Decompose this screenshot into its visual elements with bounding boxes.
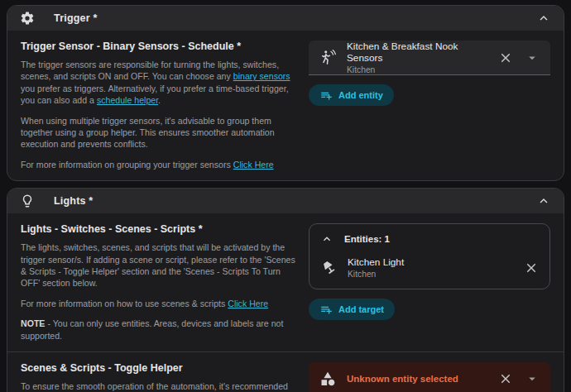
caret-down-icon[interactable] bbox=[524, 370, 540, 387]
trigger-sensor-description-3: For more information on grouping your tr… bbox=[21, 159, 295, 170]
chevron-up-icon bbox=[319, 232, 334, 246]
chevron-up-icon[interactable] bbox=[535, 193, 552, 209]
lights-targets-text-col: Lights - Switches - Scenes - Scripts * T… bbox=[21, 222, 295, 342]
entity-row[interactable]: Kitchen Light Kitchen bbox=[309, 250, 549, 289]
blueprint-config-page: Trigger * Trigger Sensor - Binary Sensor… bbox=[0, 0, 571, 392]
remove-entity-icon[interactable] bbox=[523, 260, 540, 276]
entities-panel-header[interactable]: Entities: 1 bbox=[309, 224, 549, 250]
toggle-helper-section: Scenes & Scripts - Toggle Helper To ensu… bbox=[7, 351, 564, 392]
toggle-helper-entity-picker-error[interactable]: Unknown entity selected bbox=[309, 362, 550, 392]
shapes-icon bbox=[319, 370, 337, 388]
lights-targets-description-2: For more information on how to use scene… bbox=[21, 298, 295, 309]
lights-targets-description-1: The lights, switches, scenes, and script… bbox=[21, 241, 295, 289]
trigger-sensor-section: Trigger Sensor - Binary Sensors - Schedu… bbox=[7, 31, 564, 180]
lights-targets-section: Lights - Switches - Scenes - Scripts * T… bbox=[7, 213, 564, 351]
trigger-card-title: Trigger * bbox=[54, 12, 98, 24]
caret-down-icon[interactable] bbox=[524, 50, 540, 66]
entity-row-text: Kitchen Light Kitchen bbox=[348, 256, 513, 279]
trigger-card: Trigger * Trigger Sensor - Binary Sensor… bbox=[7, 5, 564, 181]
entity-name: Kitchen Light bbox=[348, 256, 513, 268]
schedule-helper-link[interactable]: schedule helper bbox=[97, 95, 158, 105]
lightbulb-icon bbox=[19, 193, 36, 209]
trigger-click-here-link[interactable]: Click Here bbox=[233, 160, 274, 170]
lights-card-header[interactable]: Lights * bbox=[7, 189, 564, 213]
scenes-scripts-click-here-link[interactable]: Click Here bbox=[228, 299, 268, 308]
chevron-up-icon[interactable] bbox=[535, 10, 552, 26]
trigger-entity-picker-text: Kitchen & Breakfast Nook Sensors Kitchen bbox=[347, 41, 487, 74]
binary-sensors-link[interactable]: binary sensors bbox=[233, 71, 290, 81]
toggle-helper-text-col: Scenes & Scripts - Toggle Helper To ensu… bbox=[21, 361, 295, 392]
lights-card-title: Lights * bbox=[54, 195, 93, 207]
lamp-icon bbox=[319, 259, 338, 277]
lights-targets-control-col: Entities: 1 Kitchen Light Kitchen bbox=[309, 222, 550, 342]
trigger-sensor-description-2: When using multiple trigger sensors, it'… bbox=[21, 115, 295, 151]
add-entity-label: Add entity bbox=[338, 90, 383, 100]
trigger-sensor-control-col: Kitchen & Breakfast Nook Sensors Kitchen… bbox=[309, 39, 550, 170]
toggle-helper-heading: Scenes & Scripts - Toggle Helper bbox=[21, 362, 295, 374]
clear-icon[interactable] bbox=[497, 50, 514, 66]
trigger-card-header[interactable]: Trigger * bbox=[7, 6, 564, 31]
trigger-sensor-heading: Trigger Sensor - Binary Sensors - Schedu… bbox=[21, 41, 295, 52]
toggle-helper-description: To ensure the smooth operation of the au… bbox=[21, 380, 295, 392]
unknown-entity-label: Unknown entity selected bbox=[347, 374, 487, 384]
entities-panel: Entities: 1 Kitchen Light Kitchen bbox=[309, 223, 550, 289]
motion-sensor-icon bbox=[319, 49, 337, 67]
add-target-label: Add target bbox=[338, 304, 384, 314]
entity-area: Kitchen bbox=[348, 270, 513, 279]
trigger-entity-name: Kitchen & Breakfast Nook Sensors bbox=[347, 41, 487, 64]
add-entity-button[interactable]: Add entity bbox=[309, 84, 394, 106]
trigger-entity-picker[interactable]: Kitchen & Breakfast Nook Sensors Kitchen bbox=[309, 41, 550, 75]
entities-count-label: Entities: 1 bbox=[344, 234, 390, 244]
trigger-sensor-description-1: The trigger sensors are responsible for … bbox=[21, 59, 295, 107]
clear-icon[interactable] bbox=[497, 370, 514, 387]
add-target-button[interactable]: Add target bbox=[309, 299, 395, 320]
trigger-entity-area: Kitchen bbox=[347, 65, 487, 74]
note-label: NOTE bbox=[21, 318, 45, 328]
lights-card: Lights * Lights - Switches - Scenes - Sc… bbox=[7, 188, 564, 392]
lights-targets-note: NOTE - You can only use entities. Areas,… bbox=[21, 318, 295, 342]
lights-targets-heading: Lights - Switches - Scenes - Scripts * bbox=[21, 223, 295, 235]
playlist-plus-icon bbox=[319, 88, 333, 102]
gear-icon bbox=[19, 10, 36, 26]
playlist-plus-icon bbox=[319, 303, 333, 316]
trigger-sensor-text-col: Trigger Sensor - Binary Sensors - Schedu… bbox=[21, 39, 295, 170]
toggle-helper-control-col: Unknown entity selected bbox=[309, 361, 550, 392]
